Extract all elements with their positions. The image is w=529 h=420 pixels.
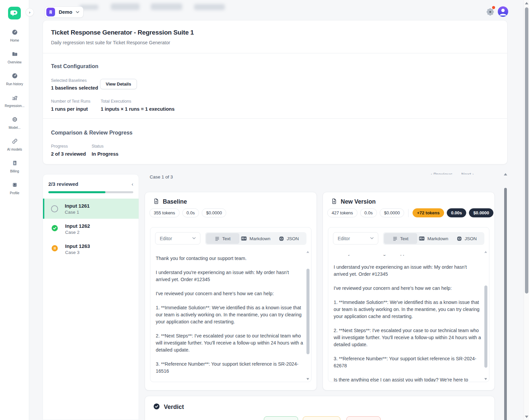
app-logo-icon[interactable] (8, 7, 21, 19)
progress-value: 2 of 3 reviewed (51, 151, 86, 157)
runs-label: Number of Test Runs (51, 99, 90, 104)
next-button[interactable]: Next › (461, 172, 474, 174)
input-subtitle: Case 3 (65, 250, 90, 255)
list-item-input-1261[interactable]: Input 1261 Case 1 (43, 199, 139, 219)
status-value: In Progress (92, 151, 118, 157)
section-scrollbar[interactable] (503, 170, 508, 420)
sidebar-item-home[interactable]: Home (0, 29, 29, 42)
status-label: Status (92, 144, 103, 149)
gauge-icon (11, 29, 18, 37)
input-title: Input 1261 (65, 203, 90, 209)
section-title-test-configuration: Test Configuration (51, 63, 98, 69)
text-lines-icon (393, 236, 397, 241)
tab-markdown[interactable]: Markdown (239, 233, 273, 244)
text-lines-icon (215, 236, 220, 241)
sidebar-item-billing[interactable]: $ Billing (0, 160, 29, 173)
new-version-response-text[interactable]: Thank you for contacting our support tea… (328, 250, 484, 382)
editor-mode-select[interactable]: Editor (155, 232, 200, 245)
baseline-response-text[interactable]: Thank you for contacting our support tea… (150, 250, 306, 382)
divider (43, 118, 507, 119)
page-subtitle: Daily regression test suite for Ticket R… (51, 40, 170, 45)
suite-summary-card: Ticket Response Generator - Regression S… (43, 20, 508, 164)
latency-badge: 0.0s (360, 208, 377, 217)
new-version-editor: Editor Text Markdown JSON Thank you f (328, 227, 489, 382)
section-title-review-progress: Comparison & Review Progress (51, 130, 133, 136)
sidebar: Home Overview Run history Regression... … (0, 0, 29, 420)
user-avatar[interactable] (498, 6, 508, 17)
sidebar-item-profile[interactable]: Profile (0, 181, 29, 195)
editor-mode-select[interactable]: Editor (333, 232, 378, 245)
sidebar-item-regression[interactable]: Regression... (0, 94, 29, 108)
tab-text[interactable]: Text (384, 233, 417, 244)
new-version-scrollbar[interactable] (484, 250, 488, 381)
chip-icon (11, 116, 18, 124)
tab-markdown[interactable]: Markdown (417, 233, 450, 244)
baseline-scrollbar[interactable] (306, 250, 310, 381)
baseline-card: Baseline 355 tokens 0.0s $0.0000 Editor … (145, 192, 317, 390)
input-subtitle: Case 2 (65, 230, 90, 235)
input-title: Input 1263 (65, 243, 90, 249)
view-mode-tabs: Text Markdown JSON (383, 232, 484, 245)
building-icon (46, 8, 55, 16)
workspace-switcher[interactable]: Demo (45, 6, 84, 18)
cost-diff-badge: $0.0000 (469, 208, 493, 217)
folder-icon (11, 51, 18, 59)
previous-button[interactable]: ‹ Previous (431, 172, 452, 174)
tokens-badge: 427 tokens (327, 208, 357, 217)
latency-diff-badge: 0.00s (447, 208, 467, 217)
pagination-clipped: ‹ Previous Next › (431, 169, 490, 174)
sidebar-collapse-button[interactable]: › (26, 8, 34, 16)
cost-badge: $0.0000 (202, 208, 226, 217)
sidebar-item-label: Profile (10, 191, 19, 195)
verdict-neutral-button[interactable] (303, 416, 340, 420)
verdict-fail-button[interactable] (346, 416, 381, 420)
gauge-icon (11, 72, 18, 81)
code-brackets-icon (457, 236, 462, 241)
verdict-pass-button[interactable] (264, 416, 298, 420)
tab-json[interactable]: JSON (450, 233, 483, 244)
link-icon (11, 138, 18, 146)
executions-value: 1 inputs × 1 runs = 1 executions (101, 106, 175, 112)
selected-baselines-value: 1 baselines selected (51, 85, 98, 91)
list-item-input-1263[interactable]: Input 1263 Case 3 (43, 239, 139, 259)
page-scrollbar[interactable] (524, 0, 529, 420)
sidebar-item-label: AI models (7, 148, 22, 151)
divider (43, 53, 507, 53)
verdict-card: Verdict (145, 396, 495, 420)
sidebar-item-ai-models[interactable]: AI models (0, 138, 29, 151)
collapse-panel-icon[interactable]: ‹ (132, 181, 133, 187)
svg-text:$: $ (14, 162, 15, 165)
panel-title: Baseline (163, 198, 187, 205)
sidebar-item-label: Billing (10, 169, 19, 173)
receipt-icon: $ (11, 160, 18, 168)
chevron-down-icon (192, 237, 196, 240)
panel-title: New Version (341, 198, 376, 205)
document-plus-icon (331, 198, 337, 206)
divider (408, 209, 408, 217)
tokens-badge: 355 tokens (149, 208, 180, 217)
selected-baselines-label: Selected Baselines (51, 78, 87, 83)
sidebar-item-label: Home (10, 39, 19, 42)
executions-label: Total Executions (101, 99, 131, 104)
tab-text[interactable]: Text (206, 233, 239, 244)
sidebar-item-run-history[interactable]: Run history (0, 72, 29, 86)
settings-gear-icon[interactable] (486, 7, 495, 17)
tab-json[interactable]: JSON (272, 233, 305, 244)
new-version-card: New Version 427 tokens 0.0s $0.0000 +72 … (323, 192, 495, 390)
sidebar-item-overview[interactable]: Overview (0, 51, 29, 64)
baseline-editor: Editor Text Markdown JSON Thank you f (150, 227, 311, 382)
markdown-icon (419, 236, 425, 241)
pending-circle-icon (51, 205, 58, 212)
markdown-icon (241, 236, 247, 241)
check-circle-icon (51, 224, 58, 233)
workspace-name: Demo (59, 9, 72, 15)
sidebar-item-model[interactable]: Model... (0, 116, 29, 129)
input-title: Input 1262 (65, 223, 90, 229)
list-item-input-1262[interactable]: Input 1262 Case 2 (43, 219, 139, 239)
case-counter: Case 1 of 3 (150, 174, 173, 179)
document-icon (153, 198, 159, 206)
view-details-button[interactable]: View Details (100, 79, 137, 89)
runs-value: 1 runs per input (51, 106, 88, 112)
verdict-check-icon (153, 403, 160, 411)
page-title: Ticket Response Generator - Regression S… (51, 29, 194, 36)
